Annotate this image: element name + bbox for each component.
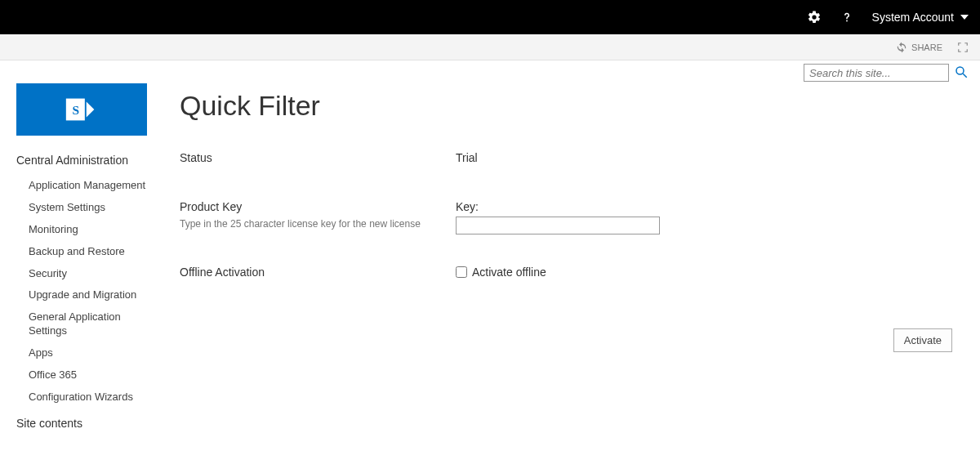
nav-item-general-app-settings[interactable]: General Application Settings <box>16 306 147 342</box>
nav-list: Application Management System Settings M… <box>16 175 163 409</box>
product-key-desc: Type in the 25 character license key for… <box>180 218 449 230</box>
nav-item-apps[interactable]: Apps <box>16 342 147 364</box>
user-account-menu[interactable]: System Account <box>872 11 969 24</box>
activate-offline-checkbox[interactable] <box>456 266 467 278</box>
chevron-down-icon <box>960 15 969 20</box>
offline-activation-row: Offline Activation Activate offline <box>180 266 964 284</box>
global-topbar: System Account <box>0 0 980 34</box>
sharepoint-icon: S <box>63 91 100 128</box>
activate-button-wrap: Activate <box>180 328 964 352</box>
search-wrap <box>804 64 969 82</box>
sharepoint-logo[interactable]: S <box>16 83 147 136</box>
license-key-input[interactable] <box>456 217 660 234</box>
nav-item-application-management[interactable]: Application Management <box>16 175 147 197</box>
nav-item-security[interactable]: Security <box>16 263 147 285</box>
svg-line-4 <box>963 74 967 78</box>
left-column: S Central Administration Application Man… <box>0 60 163 430</box>
nav-site-contents[interactable]: Site contents <box>16 417 163 430</box>
activate-offline-label: Activate offline <box>472 266 546 279</box>
focus-icon[interactable] <box>957 42 969 53</box>
share-button[interactable]: SHARE <box>896 42 942 53</box>
activate-offline-checkbox-wrap[interactable]: Activate offline <box>456 266 964 279</box>
form-area: Status Trial Product Key Type in the 25 … <box>180 151 964 352</box>
nav-item-system-settings[interactable]: System Settings <box>16 197 147 219</box>
help-icon[interactable] <box>840 10 854 25</box>
nav-heading[interactable]: Central Administration <box>16 154 163 167</box>
status-row: Status Trial <box>180 151 964 169</box>
gear-icon[interactable] <box>807 10 822 25</box>
nav-item-upgrade-migration[interactable]: Upgrade and Migration <box>16 284 147 306</box>
page-title: Quick Filter <box>180 90 980 122</box>
svg-point-3 <box>956 67 964 74</box>
nav-item-configuration-wizards[interactable]: Configuration Wizards <box>16 386 147 409</box>
search-icon[interactable] <box>954 65 969 82</box>
search-input[interactable] <box>804 64 949 82</box>
activate-button[interactable]: Activate <box>893 328 952 352</box>
share-icon <box>896 42 907 53</box>
nav-item-office-365[interactable]: Office 365 <box>16 364 147 386</box>
product-key-row: Product Key Type in the 25 character lic… <box>180 200 964 234</box>
page-content: S Central Administration Application Man… <box>0 60 980 430</box>
status-value: Trial <box>449 151 964 169</box>
main-column: Quick Filter Status Trial Product Key Ty… <box>163 60 980 430</box>
nav-item-monitoring[interactable]: Monitoring <box>16 219 147 241</box>
product-key-label: Product Key <box>180 200 449 213</box>
svg-text:S: S <box>73 103 80 117</box>
status-label: Status <box>180 151 449 164</box>
key-field-label: Key: <box>456 200 964 213</box>
svg-point-0 <box>846 20 848 22</box>
user-name-label: System Account <box>872 11 954 24</box>
offline-activation-label: Offline Activation <box>180 266 449 279</box>
ribbon-bar: SHARE <box>0 34 980 60</box>
share-label: SHARE <box>911 42 942 52</box>
nav-item-backup-restore[interactable]: Backup and Restore <box>16 241 147 263</box>
